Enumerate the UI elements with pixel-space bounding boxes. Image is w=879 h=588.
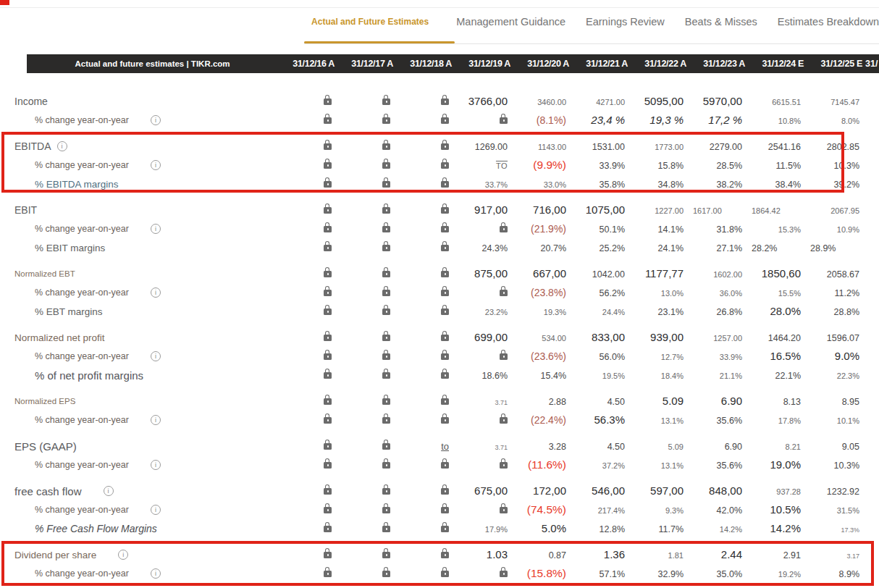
lock-icon[interactable] (500, 507, 508, 513)
lock-icon[interactable] (324, 462, 332, 469)
lock-icon[interactable] (382, 488, 390, 495)
lock-icon[interactable] (324, 443, 332, 450)
lock-icon[interactable] (441, 98, 449, 105)
lock-icon[interactable] (441, 245, 449, 251)
lock-icon[interactable] (324, 488, 332, 495)
lock-icon[interactable] (382, 143, 390, 150)
lock-icon[interactable] (324, 290, 332, 296)
cell-value: 15.3% (778, 225, 801, 234)
lock-icon[interactable] (441, 488, 449, 495)
lock-icon[interactable] (382, 98, 390, 105)
lock-icon[interactable] (324, 98, 332, 105)
lock-icon[interactable] (441, 335, 449, 341)
cell-value: 667,00 (533, 267, 566, 280)
lock-icon[interactable] (382, 372, 390, 379)
lock-icon[interactable] (324, 308, 332, 315)
info-icon[interactable]: i (118, 550, 128, 560)
lock-icon[interactable] (324, 417, 332, 424)
lock-icon[interactable] (324, 162, 332, 169)
lock-icon[interactable] (441, 526, 449, 532)
lock-icon[interactable] (500, 290, 508, 296)
info-icon[interactable]: i (151, 505, 161, 515)
lock-icon[interactable] (382, 207, 390, 214)
lock-icon[interactable] (324, 353, 332, 360)
lock-icon[interactable] (324, 571, 332, 577)
lock-icon[interactable] (324, 245, 332, 251)
cell-value: 27.1% (717, 243, 742, 253)
tab-estimates-breakdown[interactable]: Estimates Breakdown (778, 16, 879, 28)
lock-icon[interactable] (441, 417, 449, 424)
lock-icon[interactable] (441, 353, 449, 360)
lock-icon[interactable] (324, 181, 332, 188)
lock-icon[interactable] (382, 308, 390, 315)
lock-icon[interactable] (441, 207, 449, 214)
lock-icon[interactable] (382, 162, 390, 169)
lock-icon[interactable] (500, 117, 508, 124)
tab-beats-misses[interactable]: Beats & Misses (685, 16, 757, 28)
lock-icon[interactable] (441, 117, 449, 124)
lock-icon[interactable] (324, 507, 332, 513)
lock-icon[interactable] (441, 181, 449, 188)
lock-icon[interactable] (441, 290, 449, 296)
lock-icon[interactable] (382, 398, 390, 405)
lock-icon[interactable] (324, 372, 332, 379)
lock-icon[interactable] (500, 353, 508, 360)
lock-icon[interactable] (441, 372, 449, 379)
lock-icon[interactable] (324, 552, 332, 558)
info-icon[interactable]: i (57, 141, 67, 151)
lock-icon[interactable] (382, 335, 390, 341)
lock-icon[interactable] (382, 462, 390, 469)
lock-icon[interactable] (441, 226, 449, 232)
cell-value: 1617.00 (693, 206, 722, 215)
lock-icon[interactable] (382, 571, 390, 577)
lock-icon[interactable] (382, 226, 390, 232)
lock-icon[interactable] (382, 245, 390, 251)
lock-icon[interactable] (382, 353, 390, 360)
info-icon[interactable]: i (104, 486, 114, 496)
lock-icon[interactable] (382, 290, 390, 296)
lock-icon[interactable] (324, 207, 332, 214)
lock-icon[interactable] (324, 271, 332, 277)
info-icon[interactable]: i (151, 287, 161, 298)
lock-icon[interactable] (324, 335, 332, 341)
tab-management-guidance[interactable]: Management Guidance (456, 16, 565, 28)
lock-icon[interactable] (441, 507, 449, 513)
lock-icon[interactable] (441, 552, 449, 558)
lock-icon[interactable] (382, 117, 390, 124)
lock-icon[interactable] (382, 271, 390, 277)
lock-icon[interactable] (324, 226, 332, 232)
lock-icon[interactable] (382, 526, 390, 532)
info-icon[interactable]: i (151, 115, 161, 125)
cell-value: 19,3 % (649, 114, 684, 126)
tab-earnings-review[interactable]: Earnings Review (586, 16, 665, 28)
lock-icon[interactable] (441, 162, 449, 169)
lock-icon[interactable] (441, 143, 449, 150)
lock-icon[interactable] (324, 398, 332, 405)
lock-icon[interactable] (441, 571, 449, 577)
info-icon[interactable]: i (151, 351, 161, 361)
section-normalized-net-profit: Normalized net profit699,00534.00833,009… (0, 328, 879, 385)
lock-icon[interactable] (441, 271, 449, 277)
lock-icon[interactable] (324, 117, 332, 124)
lock-icon[interactable] (441, 308, 449, 315)
tab-actual-and-future-estimates[interactable]: Actual and Future Estimates (304, 17, 436, 27)
lock-icon[interactable] (500, 462, 508, 469)
lock-icon[interactable] (500, 417, 508, 424)
info-icon[interactable]: i (151, 568, 161, 579)
lock-icon[interactable] (382, 507, 390, 513)
lock-icon[interactable] (382, 417, 390, 424)
lock-icon[interactable] (441, 462, 449, 469)
lock-icon[interactable] (324, 526, 332, 532)
lock-icon[interactable] (382, 552, 390, 558)
row-label: Dividend per share (14, 550, 96, 560)
lock-icon[interactable] (500, 226, 508, 232)
lock-icon[interactable] (382, 181, 390, 188)
info-icon[interactable]: i (151, 224, 161, 234)
info-icon[interactable]: i (151, 415, 161, 425)
info-icon[interactable]: i (151, 460, 161, 470)
info-icon[interactable]: i (151, 160, 161, 170)
lock-icon[interactable] (500, 571, 508, 577)
lock-icon[interactable] (324, 143, 332, 150)
lock-icon[interactable] (441, 398, 449, 405)
lock-icon[interactable] (382, 443, 390, 450)
